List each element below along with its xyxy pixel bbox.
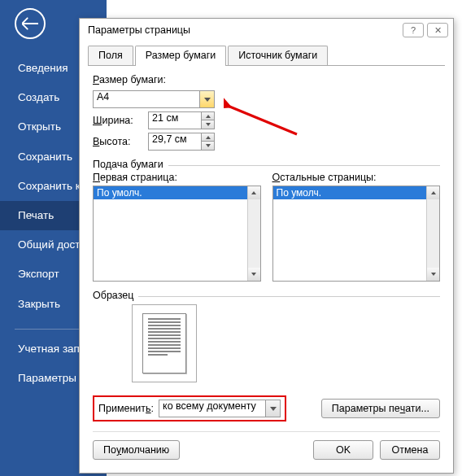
paper-size-dropdown-button[interactable] (200, 90, 215, 108)
tab-fields[interactable]: Поля (88, 46, 133, 65)
help-button[interactable]: ? (403, 23, 424, 37)
first-page-selected[interactable]: По умолч. (94, 186, 260, 199)
height-spinner[interactable] (202, 133, 215, 151)
page-preview-icon (142, 313, 186, 373)
apply-to-dropdown-button[interactable] (266, 400, 281, 417)
tab-content: Размер бумаги: A4 Ширина: 21 см (88, 66, 445, 465)
print-params-button[interactable]: Параметры печати... (321, 399, 440, 418)
dialog-titlebar: Параметры страницы ? ✕ (80, 19, 453, 41)
other-pages-label: Остальные страницы: (272, 172, 441, 183)
other-pages-selected[interactable]: По умолч. (273, 186, 440, 199)
first-page-label: Первая страница: (93, 172, 261, 183)
paper-size-combo[interactable]: A4 (93, 90, 215, 108)
apply-highlight-annotation: Применить: ко всему документу (93, 395, 286, 421)
height-input[interactable]: 29,7 см (148, 133, 202, 151)
tab-strip: Поля Размер бумаги Источник бумаги (88, 45, 445, 66)
scrollbar[interactable] (247, 186, 260, 281)
paper-size-label: Размер бумаги: (93, 74, 440, 85)
paper-size-value[interactable]: A4 (93, 90, 200, 108)
default-button[interactable]: По умолчанию (93, 440, 180, 460)
width-spinner[interactable] (202, 111, 215, 129)
page-setup-dialog: Параметры страницы ? ✕ Поля Размер бумаг… (79, 18, 454, 474)
preview-title: Образец (93, 290, 440, 301)
close-button[interactable]: ✕ (427, 23, 448, 37)
ok-button[interactable]: OK (313, 440, 373, 460)
tab-paper-source[interactable]: Источник бумаги (228, 46, 328, 65)
txt: азмер бумаги: (99, 74, 166, 85)
back-button[interactable] (15, 8, 46, 39)
width-input[interactable]: 21 см (148, 111, 202, 129)
tab-paper-size[interactable]: Размер бумаги (135, 46, 227, 66)
apply-to-value[interactable]: ко всему документу (159, 400, 266, 417)
first-page-listbox[interactable]: По умолч. (93, 186, 261, 282)
height-label: Высота: (93, 136, 148, 147)
scrollbar[interactable] (426, 186, 439, 281)
other-pages-listbox[interactable]: По умолч. (272, 186, 441, 282)
dialog-title: Параметры страницы (85, 24, 399, 36)
width-label: Ширина: (93, 115, 148, 126)
feed-section-title: Подача бумаги (93, 159, 440, 170)
apply-label: Применить: (98, 403, 154, 414)
preview-box (132, 304, 197, 382)
cancel-button[interactable]: Отмена (380, 440, 440, 460)
